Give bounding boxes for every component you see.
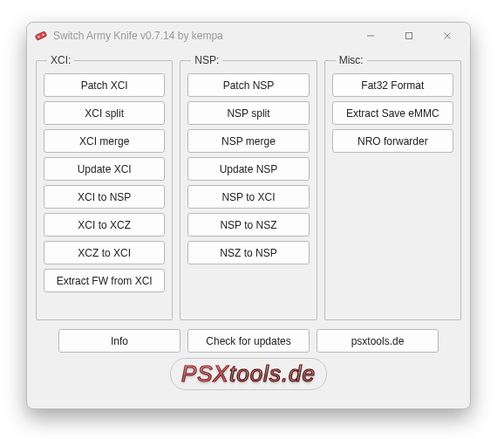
client-area: XCI: Patch XCI XCI split XCI merge Updat…: [27, 49, 470, 395]
xci-split-button[interactable]: XCI split: [44, 101, 165, 125]
extract-fw-from-xci-button[interactable]: Extract FW from XCI: [44, 269, 165, 292]
info-button[interactable]: Info: [58, 329, 180, 353]
group-xci: XCI: Patch XCI XCI split XCI merge Updat…: [36, 54, 173, 320]
patch-xci-button[interactable]: Patch XCI: [44, 73, 165, 97]
nsp-merge-button[interactable]: NSP merge: [187, 129, 309, 153]
xci-button-column: Patch XCI XCI split XCI merge Update XCI…: [44, 73, 165, 292]
close-button[interactable]: [428, 23, 467, 49]
extract-save-emmc-button[interactable]: Extract Save eMMC: [332, 101, 453, 125]
misc-button-column: Fat32 Format Extract Save eMMC NRO forwa…: [332, 73, 453, 153]
nro-forwarder-button[interactable]: NRO forwarder: [332, 129, 453, 153]
update-nsp-button[interactable]: Update NSP: [187, 157, 309, 181]
app-window: Switch Army Knife v0.7.14 by kempa XCI: …: [26, 22, 471, 409]
patch-nsp-button[interactable]: Patch NSP: [187, 73, 309, 97]
xcz-to-xci-button[interactable]: XCZ to XCI: [44, 241, 165, 264]
columns: XCI: Patch XCI XCI split XCI merge Updat…: [36, 54, 461, 320]
logo-text-psx: PSX: [181, 360, 229, 387]
xci-to-nsp-button[interactable]: XCI to NSP: [44, 185, 165, 209]
nsz-to-nsp-button[interactable]: NSZ to NSP: [187, 241, 309, 264]
window-title: Switch Army Knife v0.7.14 by kempa: [53, 30, 351, 42]
nsp-button-column: Patch NSP NSP split NSP merge Update NSP…: [187, 73, 309, 264]
fat32-format-button[interactable]: Fat32 Format: [332, 73, 453, 97]
group-nsp-legend: NSP:: [191, 54, 222, 66]
svg-rect-5: [406, 33, 412, 39]
group-nsp: NSP: Patch NSP NSP split NSP merge Updat…: [180, 54, 317, 320]
nsp-split-button[interactable]: NSP split: [187, 101, 309, 125]
psxtools-link-button[interactable]: psxtools.de: [317, 329, 439, 353]
group-xci-legend: XCI:: [47, 54, 74, 66]
logo-text-rest: tools.de: [229, 360, 316, 387]
svg-point-2: [37, 36, 39, 38]
logo-wrap: PSXtools.de: [36, 358, 461, 390]
group-misc: Misc: Fat32 Format Extract Save eMMC NRO…: [324, 54, 461, 320]
app-icon: [34, 29, 48, 43]
window-controls: [351, 23, 467, 49]
xci-to-xcz-button[interactable]: XCI to XCZ: [44, 213, 165, 237]
update-xci-button[interactable]: Update XCI: [44, 157, 165, 181]
titlebar: Switch Army Knife v0.7.14 by kempa: [27, 23, 470, 49]
bottom-row: Info Check for updates psxtools.de: [36, 329, 461, 353]
maximize-button[interactable]: [390, 23, 428, 49]
psxtools-logo: PSXtools.de: [170, 358, 327, 390]
xci-merge-button[interactable]: XCI merge: [44, 129, 165, 153]
nsp-to-xci-button[interactable]: NSP to XCI: [187, 185, 309, 209]
check-updates-button[interactable]: Check for updates: [187, 329, 310, 353]
group-misc-legend: Misc:: [336, 54, 367, 66]
nsp-to-nsz-button[interactable]: NSP to NSZ: [187, 213, 309, 237]
minimize-button[interactable]: [351, 23, 390, 49]
svg-point-3: [43, 34, 44, 36]
